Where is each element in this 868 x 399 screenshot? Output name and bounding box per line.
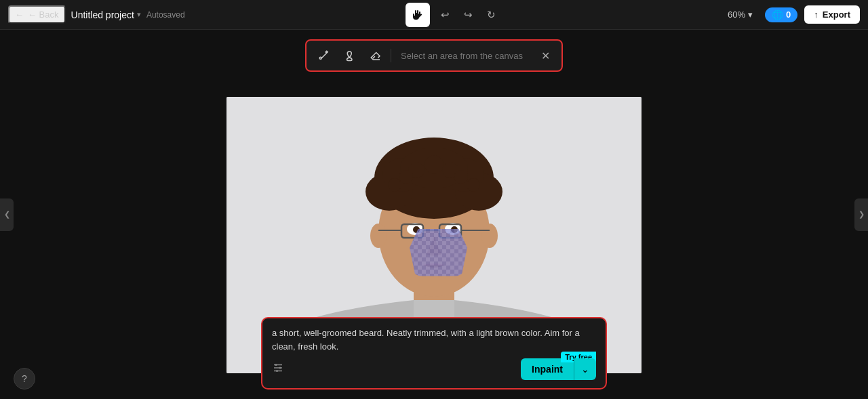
eraser-tool-button[interactable]: [365, 45, 387, 66]
inpaint-dropdown-button[interactable]: ⌄: [574, 358, 596, 380]
project-title[interactable]: Untitled project ▾: [71, 9, 141, 20]
lasso-icon: [344, 49, 356, 62]
back-label: ← Back: [28, 9, 59, 20]
undo-icon: ↩: [441, 9, 450, 21]
help-button[interactable]: ?: [14, 368, 35, 390]
redo-button[interactable]: ↪: [458, 5, 479, 25]
credit-badge: 🌐 0: [765, 7, 797, 22]
eraser-icon: [370, 49, 382, 62]
project-title-chevron: ▾: [137, 10, 141, 19]
svg-point-16: [388, 178, 401, 192]
topbar-center: ↩ ↪ ↻: [191, 3, 717, 27]
undo-redo-group: ↩ ↪ ↻: [435, 5, 502, 25]
refresh-icon: ↻: [487, 9, 496, 21]
bottom-actions: Try free Inpaint ⌄: [272, 358, 596, 380]
beard-mask: [410, 229, 467, 276]
inpaint-button-group: Try free Inpaint ⌄: [521, 358, 596, 380]
svg-point-14: [399, 170, 413, 184]
topbar-right: 60% ▾ 🌐 0 ↑ Export: [722, 5, 860, 24]
brush-icon: [318, 49, 330, 62]
svg-point-19: [481, 224, 498, 248]
svg-point-36: [276, 370, 278, 372]
center-tool-button[interactable]: [406, 3, 430, 27]
toolbar-placeholder: Select an area from the canvas: [395, 51, 532, 61]
credit-count: 0: [786, 9, 791, 20]
credit-globe-icon: 🌐: [772, 9, 783, 20]
export-button[interactable]: ↑ Export: [804, 5, 860, 24]
dropdown-chevron-icon: ⌄: [581, 364, 589, 375]
back-button[interactable]: ← ← Back: [8, 5, 66, 24]
refresh-button[interactable]: ↻: [481, 5, 502, 25]
settings-icon[interactable]: [272, 362, 284, 377]
floating-toolbar: Select an area from the canvas ✕: [305, 39, 563, 72]
autosaved-status: Autosaved: [146, 10, 185, 20]
zoom-chevron: ▾: [748, 9, 753, 20]
bottom-input-bar: a short, well-groomed beard. Neatly trim…: [261, 317, 607, 390]
redo-icon: ↪: [464, 9, 473, 21]
svg-point-18: [370, 224, 387, 248]
project-title-text: Untitled project: [71, 9, 134, 20]
main-area: ❮: [0, 30, 868, 399]
svg-point-17: [467, 178, 480, 192]
settings-sliders-icon: [272, 362, 284, 374]
inpaint-label: Inpaint: [532, 364, 563, 375]
svg-point-34: [275, 364, 277, 366]
toolbar-divider: [391, 49, 391, 62]
undo-button[interactable]: ↩: [435, 5, 456, 25]
zoom-label: 60%: [728, 9, 745, 20]
canvas-container: Select an area from the canvas ✕: [0, 30, 868, 399]
svg-point-15: [454, 170, 468, 184]
right-panel-toggle[interactable]: ❯: [854, 198, 868, 231]
brush-tool-button[interactable]: [313, 45, 335, 66]
right-chevron-icon: ❯: [859, 210, 865, 219]
svg-point-12: [425, 155, 443, 174]
close-icon: ✕: [541, 49, 550, 62]
svg-point-35: [279, 367, 281, 369]
lasso-tool-button[interactable]: [339, 45, 361, 66]
export-icon: ↑: [814, 9, 818, 20]
topbar: ← ← Back Untitled project ▾ Autosaved ↩ …: [0, 0, 868, 30]
left-panel-toggle[interactable]: ❮: [0, 198, 14, 231]
inpaint-prompt-text: a short, well-groomed beard. Neatly trim…: [272, 327, 596, 353]
left-chevron-icon: ❮: [4, 210, 10, 219]
toolbar-close-button[interactable]: ✕: [536, 46, 555, 65]
hand-icon: [412, 9, 423, 20]
export-label: Export: [823, 9, 850, 20]
help-icon: ?: [22, 373, 27, 384]
back-arrow-icon: ←: [15, 9, 24, 20]
zoom-control[interactable]: 60% ▾: [722, 7, 758, 22]
